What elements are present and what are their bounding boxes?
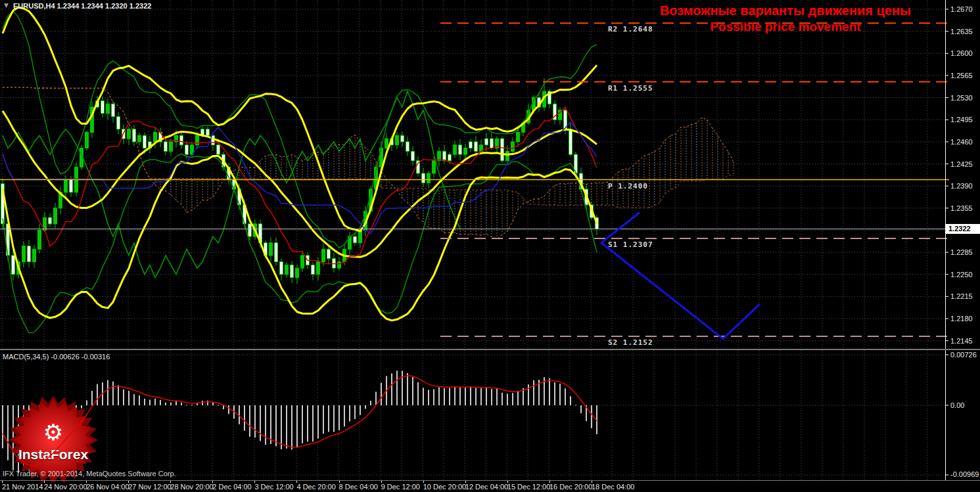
time-axis-tick: [465, 481, 466, 483]
time-axis-tick: [592, 481, 592, 483]
time-axis-tick: [86, 481, 87, 483]
time-axis-label: 12 Dec 04:00: [465, 483, 508, 491]
price-axis-label: 1.2635: [950, 28, 973, 35]
macd-indicator-label: MACD(5,34,5) -0.00626 -0.00316: [3, 353, 110, 361]
time-axis-tick: [44, 481, 45, 483]
symbol-dropdown-icon[interactable]: ▼: [4, 2, 9, 9]
price-axis-label: 1.2530: [950, 94, 973, 102]
price-axis-label: 1.2565: [950, 72, 973, 79]
chart-window: ⚙ InstaForex ▼ EURUSD,H4 1.2344 1.2344 1…: [0, 0, 980, 492]
time-axis-label: 21 Nov 2014: [2, 483, 43, 491]
time-axis-tick: [2, 481, 3, 483]
price-axis-label: 1.2390: [950, 182, 973, 190]
pivot-label-r2: R2 1.2648: [608, 25, 653, 34]
time-axis-tick: [212, 481, 213, 483]
time-axis-label: 24 Nov 20:00: [44, 483, 87, 491]
time-axis-label: 27 Nov 12:00: [128, 483, 171, 491]
time-axis-label: 9 Dec 12:00: [381, 483, 420, 491]
annotation-en: Possible price movement: [624, 20, 946, 34]
time-axis-separator: [0, 480, 980, 481]
pivot-label-s1: S1 1.2307: [608, 240, 653, 249]
pivot-label-p: P 1.2400: [608, 182, 648, 190]
price-axis-label: 1.2425: [950, 160, 973, 168]
time-axis-tick: [507, 481, 508, 483]
price-axis-label: 1.2250: [950, 271, 973, 279]
time-axis-tick: [254, 481, 255, 483]
time-axis-label: 8 Dec 04:00: [339, 483, 378, 491]
time-axis-tick: [296, 481, 297, 483]
time-axis-label: 28 Nov 20:00: [170, 483, 213, 491]
macd-axis-zero: 0.00: [950, 401, 964, 409]
price-chart-canvas[interactable]: [0, 0, 980, 349]
symbol-ohlc-title: EURUSD,H4 1.2344 1.2344 1.2320 1.2322: [13, 2, 151, 10]
time-axis-tick: [423, 481, 424, 483]
time-axis-label: 16 Dec 20:00: [549, 483, 592, 491]
price-axis-label: 1.2285: [950, 248, 973, 256]
price-axis-label: 1.2215: [950, 292, 973, 300]
time-axis-tick: [549, 481, 550, 483]
price-axis-label: 1.2600: [950, 49, 973, 57]
price-axis-label: 1.2670: [950, 5, 973, 13]
time-axis-label: 18 Dec 04:00: [592, 483, 634, 491]
time-axis-label: 4 Dec 20:00: [296, 483, 335, 491]
price-axis-label: 1.2180: [950, 315, 973, 323]
current-price-badge: 1.2322: [946, 224, 980, 234]
price-axis-label: 1.2145: [950, 337, 973, 345]
macd-signal-line-overlay: [0, 350, 980, 480]
annotation-ru: Возможные варианты движения цены: [624, 3, 946, 18]
time-axis-label: 2 Dec 04:00: [212, 483, 251, 491]
time-axis-label: 26 Nov 04:00: [86, 483, 129, 491]
pivot-label-s2: S2 1.2152: [608, 338, 653, 347]
time-axis-label: 3 Dec 12:00: [254, 483, 293, 491]
time-axis-label: 10 Dec 20:00: [423, 483, 466, 491]
time-axis-tick: [381, 481, 382, 483]
price-axis-label: 1.2495: [950, 116, 973, 123]
price-axis-label: 1.2460: [950, 138, 973, 146]
macd-axis-max: 0.00726: [950, 351, 977, 359]
time-axis-label: 15 Dec 12:00: [507, 483, 550, 491]
price-axis-label: 1.2355: [950, 204, 973, 212]
pivot-label-r1: R1 1.2555: [608, 84, 653, 93]
panel-splitter[interactable]: [0, 349, 980, 350]
time-axis-tick: [128, 481, 129, 483]
copyright-text: IFX Trader, © 2001-2014, MetaQuotes Soft…: [3, 470, 176, 478]
macd-axis-min: -0.00969: [950, 470, 979, 478]
time-axis-tick: [339, 481, 340, 483]
time-axis-tick: [170, 481, 171, 483]
